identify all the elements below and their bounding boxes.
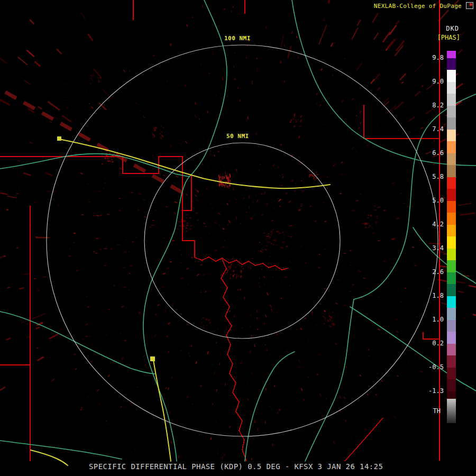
cod-logo-icon [466,2,473,9]
beam-blockage-artifact [5,92,186,195]
colorbar-segment [447,177,456,189]
colorbar-segment [447,344,456,355]
colorbar-segment [447,368,456,379]
threshold-label: TH [414,407,441,415]
roads-teal [0,0,476,461]
colorbar-segment [447,296,456,308]
colorbar-segment [447,189,456,201]
colorbar-segment [447,236,456,249]
road-marker [57,136,61,141]
colorbar-tick-label: 1.0 [414,316,444,323]
colorbar-tick-label: -0.5 [414,363,444,371]
colorbar-tick-label: 7.4 [414,125,444,133]
colorbar-segment [447,106,456,117]
colorbar-threshold-ramp [447,399,456,423]
roads-yellow [31,136,330,465]
station-title: NEXLAB-College of DuPage [374,3,462,10]
colorbar-tick-label: 0.2 [414,340,444,347]
colorbar-segment [447,70,456,82]
colorbar-segment [447,355,456,368]
colorbar-segment [447,379,456,391]
colorbar-segment [447,213,456,225]
colorbar-tick-label: 6.6 [414,149,444,157]
radar-map-svg [0,0,476,476]
product-caption: SPECIFIC DIFFERENTIAL PHASE (KDP) 0.5 DE… [89,462,383,471]
colorbar-tick-label: 8.2 [414,102,444,109]
colorbar-segment [447,130,456,141]
colorbar-tick-label: 2.6 [414,268,444,276]
colorbar-tick-label: 3.4 [414,244,444,252]
colorbar-segment [447,308,456,320]
colorbar-tick-label: 9.0 [414,78,444,85]
county-boundaries [0,0,440,461]
colorbar-tick-label: 5.8 [414,173,444,180]
colorbar-segment [447,58,456,70]
colorbar-segment [447,165,456,177]
colorbar-segment [447,141,456,153]
units-label: [PHAS] [437,34,460,41]
radar-display: NEXLAB-College of DuPage DKD [PHAS] TH S… [0,0,476,476]
colorbar-segment [447,272,456,284]
colorbar-tick-label: -1.3 [414,387,444,395]
range-ring-label: 50 NMI [226,133,249,140]
kdp-echo-speckles [0,0,476,460]
colorbar-segment [447,320,456,332]
colorbar-segment [447,94,456,106]
colorbar-segment [447,249,456,260]
colorbar-segment [447,332,456,344]
colorbar-tick-label: 5.0 [414,197,444,204]
colorbar-tick-label: 1.8 [414,292,444,299]
colorbar-segment [447,117,456,130]
colorbar-segment [447,153,456,165]
colorbar-segment [447,391,456,399]
product-code-label: DKD [446,25,459,32]
range-ring-label: 100 NMI [224,35,251,42]
colorbar-segment [447,225,456,236]
colorbar-segment [447,260,456,272]
colorbar-segment [447,201,456,213]
colorbar-tick-label: 9.8 [414,54,444,61]
colorbar-segment [447,82,456,94]
colorbar [447,51,456,423]
road-marker [150,356,155,361]
colorbar-tick-label: 4.2 [414,221,444,228]
colorbar-segment [447,284,456,296]
colorbar-segment [447,51,456,58]
